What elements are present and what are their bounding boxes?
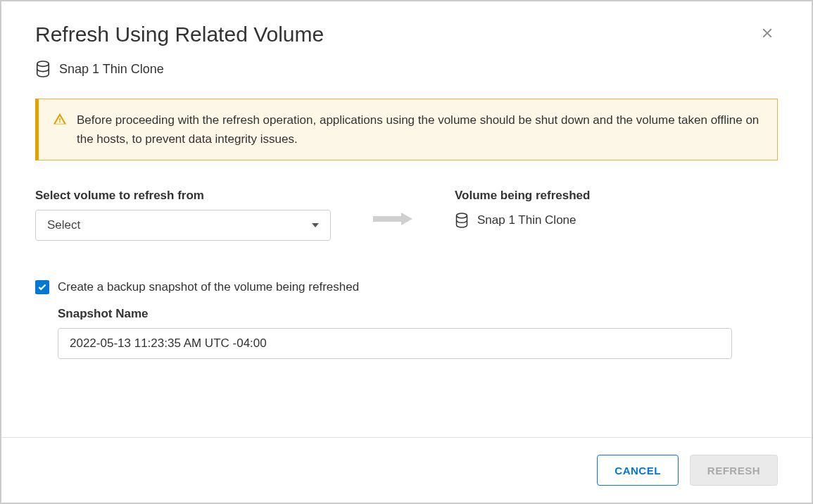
snapshot-group: Snapshot Name xyxy=(35,307,778,359)
backup-checkbox[interactable] xyxy=(35,280,49,294)
svg-point-2 xyxy=(457,213,467,218)
checkmark-icon xyxy=(37,282,47,292)
target-field-group: Volume being refreshed Snap 1 Thin Clone xyxy=(455,189,590,228)
svg-rect-1 xyxy=(373,216,401,222)
source-field-group: Select volume to refresh from Select xyxy=(35,189,331,241)
warning-box: Before proceeding with the refresh opera… xyxy=(35,99,778,160)
snapshot-name-input[interactable] xyxy=(58,328,732,359)
warning-text: Before proceeding with the refresh opera… xyxy=(77,111,763,149)
select-value: Select xyxy=(47,218,80,232)
volume-name: Snap 1 Thin Clone xyxy=(59,62,164,77)
volume-info: Snap 1 Thin Clone xyxy=(1,61,812,99)
warning-icon xyxy=(53,112,67,126)
refresh-button[interactable]: REFRESH xyxy=(690,455,778,486)
cancel-button[interactable]: CANCEL xyxy=(597,455,679,486)
dialog-body: Before proceeding with the refresh opera… xyxy=(1,99,812,437)
backup-checkbox-row: Create a backup snapshot of the volume b… xyxy=(35,280,778,294)
source-label: Select volume to refresh from xyxy=(35,189,331,203)
snapshot-name-label: Snapshot Name xyxy=(58,307,778,321)
source-volume-select[interactable]: Select xyxy=(35,210,331,241)
close-button[interactable] xyxy=(757,23,778,46)
target-row: Snap 1 Thin Clone xyxy=(455,210,590,228)
close-icon xyxy=(760,25,775,41)
arrow-right-icon xyxy=(373,213,412,225)
refresh-dialog: Refresh Using Related Volume Snap 1 Thin… xyxy=(0,0,813,504)
arrow-column xyxy=(373,189,412,225)
database-icon xyxy=(35,61,51,77)
target-volume-name: Snap 1 Thin Clone xyxy=(477,213,576,227)
database-icon xyxy=(455,213,469,228)
refresh-row: Select volume to refresh from Select Vol… xyxy=(35,189,778,241)
chevron-down-icon xyxy=(312,223,319,227)
dialog-footer: CANCEL REFRESH xyxy=(1,437,812,503)
dialog-header: Refresh Using Related Volume xyxy=(1,1,812,61)
target-label: Volume being refreshed xyxy=(455,189,590,203)
svg-point-0 xyxy=(37,61,49,66)
backup-checkbox-label: Create a backup snapshot of the volume b… xyxy=(58,280,359,294)
dialog-title: Refresh Using Related Volume xyxy=(35,23,324,46)
